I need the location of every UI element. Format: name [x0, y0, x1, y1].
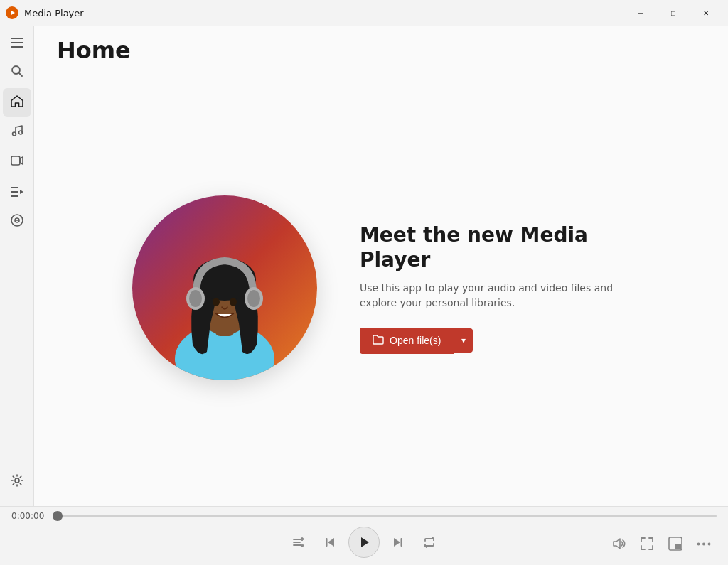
minimize-button[interactable]: ─	[624, 1, 657, 24]
svg-rect-13	[11, 195, 18, 197]
svg-rect-33	[401, 538, 403, 547]
music-icon	[11, 124, 23, 140]
previous-icon	[323, 535, 337, 549]
svg-point-18	[15, 478, 19, 483]
svg-point-7	[12, 132, 16, 136]
current-time: 0:00:00	[11, 511, 46, 521]
svg-marker-10	[20, 157, 23, 164]
folder-icon	[373, 335, 384, 347]
window-controls: ─ □ ✕	[624, 1, 722, 24]
sidebar-item-playlist[interactable]	[3, 178, 31, 206]
volume-icon	[611, 537, 626, 551]
right-controls	[606, 531, 717, 556]
content-area: Home	[34, 26, 728, 506]
shuffle-icon	[291, 535, 306, 549]
svg-point-28	[230, 298, 237, 306]
svg-point-40	[702, 542, 705, 545]
progress-thumb[interactable]	[53, 511, 63, 521]
disc-icon	[11, 214, 23, 230]
svg-rect-11	[11, 187, 18, 188]
hero-title: Meet the new Media Player	[360, 222, 630, 272]
svg-rect-38	[675, 544, 681, 549]
svg-rect-4	[11, 46, 23, 48]
svg-rect-3	[11, 42, 23, 43]
svg-line-6	[18, 73, 22, 77]
open-files-btn-group: Open file(s) ▾	[360, 328, 630, 354]
svg-point-17	[16, 220, 18, 221]
more-icon	[697, 542, 711, 546]
miniplayer-button[interactable]	[663, 531, 688, 556]
hero-section: Meet the new Media Player Use this app t…	[34, 70, 728, 506]
content-header: Home	[34, 26, 728, 70]
sidebar-item-settings[interactable]	[3, 468, 31, 496]
svg-marker-31	[361, 537, 369, 547]
hero-description: Use this app to play your audio and vide…	[360, 281, 630, 311]
svg-point-39	[697, 542, 700, 545]
sidebar-item-music[interactable]	[3, 118, 31, 146]
sidebar-item-search[interactable]	[3, 58, 31, 87]
progress-bar-row: 0:00:00	[0, 507, 728, 522]
svg-point-26	[247, 290, 260, 307]
previous-button[interactable]	[317, 529, 343, 555]
svg-point-8	[18, 131, 22, 134]
home-icon	[11, 95, 23, 110]
open-files-dropdown-button[interactable]: ▾	[454, 328, 473, 353]
playlist-icon	[11, 185, 23, 200]
next-icon	[391, 535, 405, 549]
page-title: Home	[57, 37, 705, 64]
maximize-button[interactable]: □	[657, 1, 690, 24]
fullscreen-icon	[641, 537, 653, 550]
sidebar-item-video[interactable]	[3, 148, 31, 176]
hero-illustration	[132, 195, 317, 380]
progress-track[interactable]	[53, 515, 717, 517]
svg-point-24	[189, 290, 202, 307]
title-bar-left: Media Player	[6, 6, 624, 19]
search-icon	[11, 65, 23, 80]
play-button[interactable]	[348, 527, 380, 558]
svg-rect-30	[326, 538, 328, 547]
close-button[interactable]: ✕	[690, 1, 722, 24]
sidebar-item-rip[interactable]	[3, 208, 31, 236]
repeat-icon	[422, 535, 437, 549]
open-files-label: Open file(s)	[390, 335, 441, 346]
shuffle-button[interactable]	[286, 529, 311, 555]
svg-marker-36	[614, 539, 620, 549]
svg-marker-32	[394, 538, 400, 547]
more-button[interactable]	[691, 531, 717, 556]
bottom-player-bar: 0:00:00	[0, 506, 728, 565]
title-bar: Media Player ─ □ ✕	[0, 0, 728, 26]
play-icon	[356, 534, 372, 550]
sidebar-item-home[interactable]	[3, 88, 31, 117]
fullscreen-button[interactable]	[634, 531, 660, 556]
svg-rect-9	[11, 156, 20, 165]
controls-row	[0, 522, 728, 565]
miniplayer-icon	[668, 537, 682, 551]
app-body: Home	[0, 26, 728, 506]
dropdown-arrow-icon: ▾	[461, 335, 466, 345]
video-icon	[11, 154, 23, 170]
open-files-button[interactable]: Open file(s)	[360, 328, 454, 354]
svg-point-41	[708, 542, 711, 545]
sidebar-item-menu[interactable]	[3, 28, 31, 57]
hero-text: Meet the new Media Player Use this app t…	[360, 222, 630, 354]
settings-icon	[11, 474, 23, 490]
svg-rect-2	[11, 38, 23, 39]
volume-button[interactable]	[606, 531, 631, 556]
sidebar-bottom	[3, 468, 31, 503]
app-icon	[6, 6, 18, 19]
svg-marker-29	[328, 538, 334, 547]
svg-marker-14	[20, 190, 23, 194]
sidebar	[0, 26, 34, 506]
app-title: Media Player	[24, 8, 84, 18]
menu-icon	[11, 36, 23, 50]
svg-point-27	[213, 298, 220, 306]
next-button[interactable]	[385, 529, 411, 555]
svg-rect-12	[11, 191, 18, 193]
repeat-button[interactable]	[417, 529, 442, 555]
